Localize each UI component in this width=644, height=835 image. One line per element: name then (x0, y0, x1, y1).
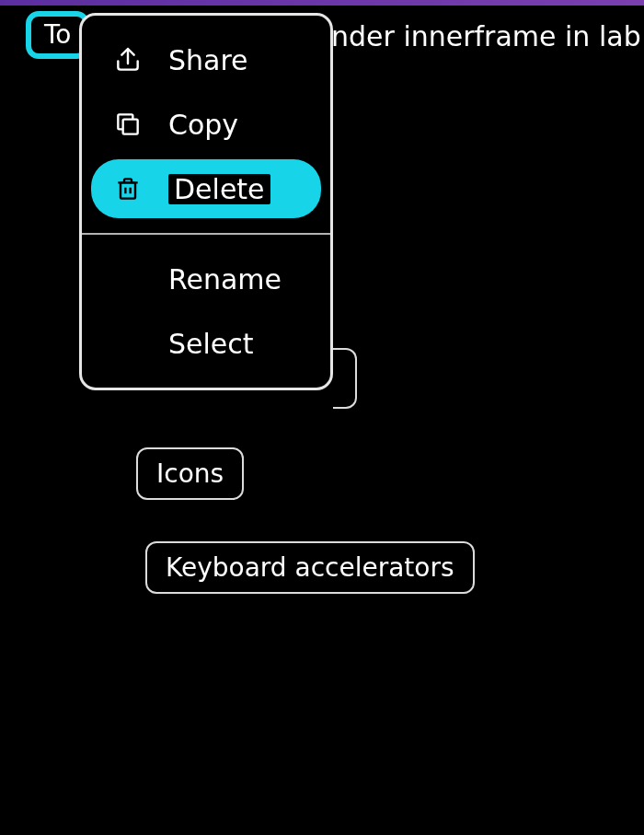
menu-item-share[interactable]: Share (91, 30, 321, 89)
menu-item-label: Rename (168, 264, 282, 295)
menu-divider (82, 233, 330, 235)
trash-icon (111, 172, 144, 205)
menu-item-label: Delete (168, 174, 270, 204)
chip-keyboard-accelerators[interactable]: Keyboard accelerators (145, 541, 475, 594)
window-top-accent (0, 0, 644, 6)
svg-rect-1 (121, 182, 135, 198)
context-menu-section-1: Share Copy Delete (82, 16, 330, 233)
menu-item-select[interactable]: Select (91, 314, 321, 373)
menu-item-rename[interactable]: Rename (91, 249, 321, 308)
active-tab-label: To (44, 19, 71, 51)
menu-item-label: Share (168, 45, 248, 75)
copy-icon (111, 108, 144, 141)
share-icon (111, 43, 144, 76)
svg-rect-0 (123, 120, 138, 134)
context-menu: Share Copy Delete (79, 13, 333, 390)
header-text-fragment: nder innerframe in lab (331, 20, 641, 52)
menu-item-copy[interactable]: Copy (91, 95, 321, 154)
menu-item-label: Copy (168, 110, 238, 140)
chip-label: Keyboard accelerators (166, 552, 454, 583)
hidden-chip-edge[interactable] (333, 348, 357, 409)
chip-label: Icons (156, 458, 224, 489)
menu-item-delete[interactable]: Delete (91, 159, 321, 218)
chip-icons[interactable]: Icons (136, 447, 244, 500)
menu-item-label: Select (168, 329, 254, 359)
context-menu-section-2: Rename Select (82, 235, 330, 388)
